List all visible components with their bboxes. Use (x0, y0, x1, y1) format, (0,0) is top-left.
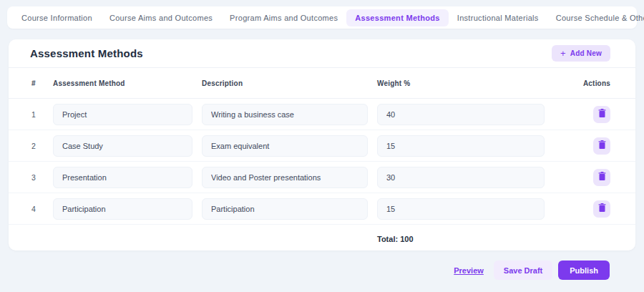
trash-icon (598, 172, 606, 182)
table-header-row: # Assessment Method Description Weight %… (9, 68, 635, 99)
table-row: 2 (9, 130, 635, 162)
table-row: 4 (9, 193, 635, 225)
col-header-description: Description (202, 79, 377, 87)
weight-input[interactable] (377, 198, 545, 220)
total-row: Total: 100 (9, 225, 635, 253)
table-row: 1 (9, 99, 635, 130)
method-input[interactable] (53, 104, 192, 125)
assessment-methods-panel: Assessment Methods + Add New # Assessmen… (9, 39, 635, 250)
tab-course-schedule-others[interactable]: Course Schedule & Others (547, 9, 644, 26)
trash-icon (598, 140, 606, 151)
row-number: 1 (31, 110, 53, 119)
col-header-actions: Actions (554, 79, 610, 87)
delete-row-button[interactable] (593, 200, 610, 218)
save-draft-button[interactable]: Save Draft (494, 261, 552, 280)
tab-bar: Course Information Course Aims and Outco… (7, 6, 637, 29)
publish-button[interactable]: Publish (558, 261, 610, 280)
trash-icon (598, 109, 606, 120)
row-number: 2 (31, 142, 53, 150)
row-number: 4 (31, 205, 53, 213)
col-header-num: # (31, 79, 53, 87)
weight-input[interactable] (377, 167, 545, 188)
table-row: 3 (9, 162, 635, 193)
tab-instructional-materials[interactable]: Instructional Materials (449, 9, 547, 26)
weight-input[interactable] (377, 104, 545, 125)
description-input[interactable] (202, 167, 368, 188)
total-value: 100 (400, 235, 413, 243)
description-input[interactable] (202, 198, 368, 220)
method-input[interactable] (53, 198, 192, 220)
method-input[interactable] (53, 135, 192, 157)
method-input[interactable] (53, 167, 192, 188)
delete-row-button[interactable] (593, 137, 610, 155)
description-input[interactable] (202, 135, 368, 157)
tab-course-information[interactable]: Course Information (13, 9, 101, 26)
trash-icon (598, 203, 606, 214)
total-label: Total: (377, 235, 398, 243)
add-new-label: Add New (570, 49, 602, 57)
description-input[interactable] (202, 104, 368, 125)
col-header-weight: Weight % (377, 79, 554, 87)
tab-program-aims-outcomes[interactable]: Program Aims and Outcomes (221, 9, 346, 26)
page-title: Assessment Methods (30, 47, 143, 59)
footer-actions: Preview Save Draft Publish (454, 261, 610, 280)
plus-icon: + (560, 49, 566, 58)
col-header-method: Assessment Method (53, 79, 202, 87)
total-weight: Total: 100 (377, 235, 554, 243)
delete-row-button[interactable] (593, 106, 610, 123)
add-new-button[interactable]: + Add New (552, 45, 610, 62)
tab-course-aims-outcomes[interactable]: Course Aims and Outcomes (101, 9, 221, 26)
panel-header: Assessment Methods + Add New (9, 39, 635, 68)
tab-assessment-methods[interactable]: Assessment Methods (346, 9, 449, 26)
delete-row-button[interactable] (593, 169, 610, 186)
weight-input[interactable] (377, 135, 545, 157)
row-number: 3 (31, 173, 53, 182)
preview-link[interactable]: Preview (454, 266, 484, 275)
